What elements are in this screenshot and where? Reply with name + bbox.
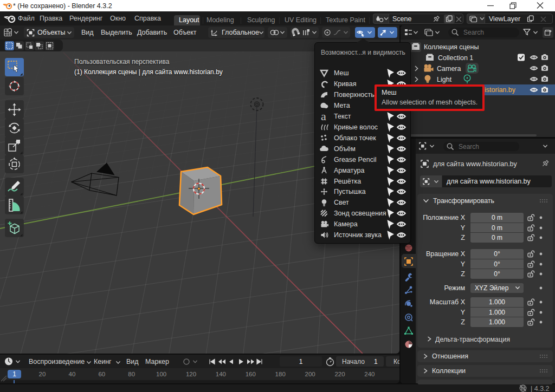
svg-text:a: a (321, 112, 326, 121)
